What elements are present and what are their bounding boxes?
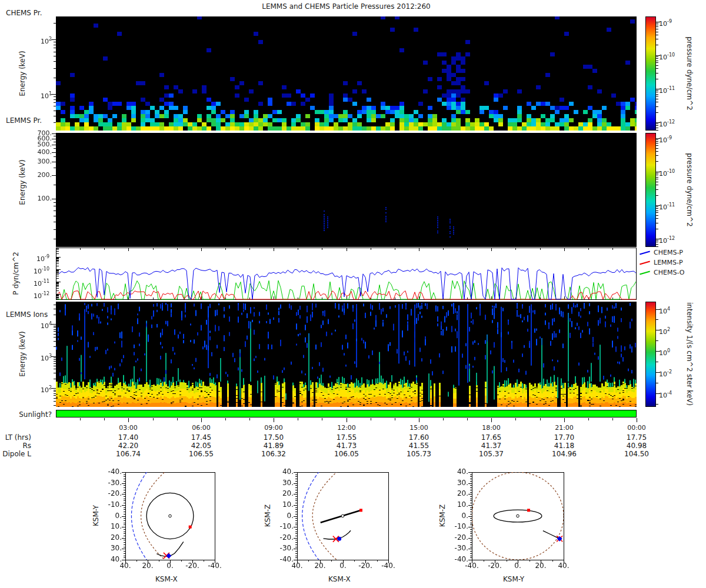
tick-mark [656, 26, 658, 27]
orbit-y-tick-label: -10. [271, 523, 294, 530]
tick-mark [54, 142, 56, 142]
lemms-ions-spectrogram [56, 302, 637, 407]
tick-mark [656, 143, 658, 143]
tick-mark [54, 379, 56, 379]
tick-mark [80, 418, 81, 420]
tick-mark [54, 337, 56, 338]
tick-mark [656, 106, 658, 107]
y-tick-label: 500. [27, 141, 52, 148]
tick-mark [656, 102, 658, 102]
colorbar-intensity [645, 302, 656, 407]
tick-mark [656, 161, 658, 162]
orbit-plot-ksmx-ksmz [290, 467, 395, 569]
chems-pressure-spectrogram [56, 16, 637, 131]
tick-mark [54, 327, 56, 328]
tick-mark [54, 111, 56, 111]
orbit1-ylabel: KSM-Z [264, 505, 272, 527]
y-tick-label: 10-9 [25, 253, 49, 263]
tick-mark [656, 229, 658, 229]
tick-mark [51, 324, 56, 325]
tick-mark [56, 297, 59, 298]
tick-mark [656, 319, 658, 320]
orbit-x-tick-label: 20. [136, 562, 159, 570]
orbit0-ylabel: KSM-Y [92, 505, 100, 526]
ephemeris-value: 106.74 [108, 450, 149, 458]
tick-mark [656, 215, 658, 216]
ephemeris-value: 40.98 [616, 442, 657, 450]
tick-mark [656, 65, 658, 66]
ephemeris-value: 104.96 [544, 450, 585, 458]
ephemeris-value: 17.40 [108, 434, 149, 442]
y-tick-label: 103 [27, 352, 52, 362]
tick-mark [54, 52, 56, 52]
tick-mark [56, 273, 59, 273]
sunlight-bar [56, 410, 637, 417]
ephemeris-value: 105.37 [471, 450, 512, 458]
orbit-y-tick-label: 30. [271, 479, 294, 487]
tick-mark [371, 418, 371, 420]
tick-mark [656, 94, 658, 95]
tick-mark [225, 418, 226, 420]
tick-mark [56, 285, 59, 285]
sunlight-label: Sunlight? [6, 410, 52, 419]
orbit-x-tick-label: 20. [308, 562, 332, 570]
tick-mark [56, 285, 59, 286]
tick-mark [467, 418, 468, 420]
tick-mark [322, 418, 322, 420]
tick-mark [656, 212, 658, 213]
tick-mark [54, 305, 56, 305]
tick-mark [656, 39, 658, 39]
tick-mark [656, 244, 658, 245]
tick-mark [104, 418, 105, 420]
ephemeris-value: 106.05 [326, 450, 367, 458]
orbit-y-tick-label: 20. [99, 534, 122, 542]
tick-mark [656, 179, 658, 179]
tick-mark [54, 61, 56, 62]
tick-mark [54, 326, 56, 326]
tick-mark [54, 329, 56, 330]
tick-mark [54, 363, 56, 364]
tick-mark [540, 418, 541, 420]
ephemeris-value: 41.55 [398, 442, 439, 450]
tick-mark [419, 418, 419, 422]
tick-mark [656, 148, 658, 149]
tick-mark [656, 90, 658, 91]
y-tick-label: 200. [27, 171, 52, 179]
colorbar-label-pressure-top: pressure dyne/cm^2 [685, 36, 694, 110]
tick-mark [395, 418, 395, 420]
ephemeris-value: 17.50 [253, 434, 294, 442]
ephemeris-value: 105.73 [398, 450, 439, 458]
orbit-y-tick-label: -20. [446, 534, 468, 542]
tick-mark [656, 35, 658, 35]
orbit-y-tick-label: 20. [271, 490, 294, 497]
ephemeris-value: 17.60 [398, 434, 439, 442]
orbit-y-tick-label: 20. [446, 490, 468, 497]
yaxis-title-lemms: Energy (keV) [18, 159, 26, 205]
orbit-y-tick-label: -20. [99, 490, 122, 497]
tick-mark [56, 296, 59, 296]
tick-mark [54, 334, 56, 335]
orbit-y-tick-label: -40. [446, 556, 468, 563]
tick-mark [656, 128, 658, 128]
tick-mark [656, 208, 658, 209]
orbit-x-tick-label: 0. [158, 562, 182, 570]
tick-mark [56, 278, 59, 279]
lemms-pressure-spectrogram [56, 133, 637, 247]
tick-mark [56, 295, 59, 296]
tick-mark [491, 418, 492, 422]
legend-label-chems-p: CHEMS-P [654, 249, 683, 256]
tick-mark [656, 112, 658, 113]
tick-mark [54, 116, 56, 116]
tick-mark [54, 395, 56, 396]
tick-mark [656, 61, 658, 61]
orbit-plot-ksmy-ksmz [465, 467, 571, 569]
orbit-y-tick-label: -40. [271, 556, 294, 563]
tick-mark [54, 185, 56, 185]
colorbar-tick-label: 10-12 [659, 235, 686, 245]
tick-mark [56, 258, 59, 258]
ephemeris-value: 17.70 [544, 434, 585, 442]
tick-mark [56, 286, 59, 287]
legend-label-chems-o: CHEMS-O [654, 269, 684, 276]
tick-mark [656, 151, 658, 152]
tick-mark [56, 248, 59, 249]
